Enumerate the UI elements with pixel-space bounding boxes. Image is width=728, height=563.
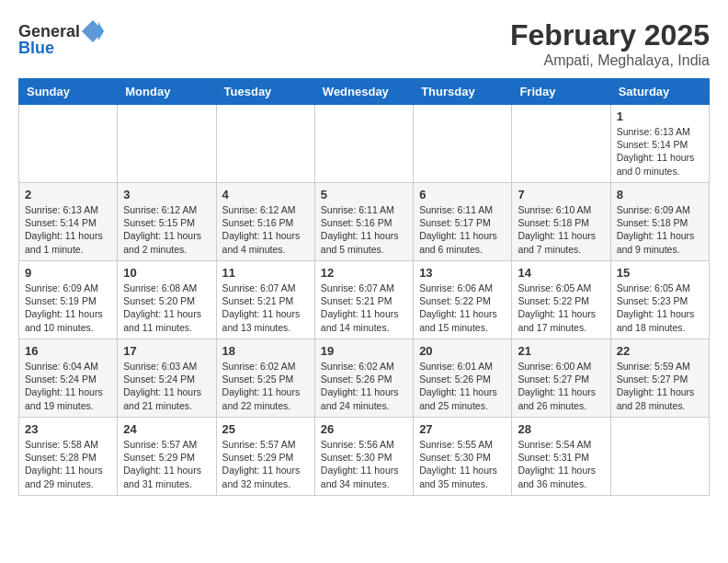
table-row <box>512 105 610 183</box>
col-friday: Friday <box>512 79 610 105</box>
table-row <box>314 105 413 183</box>
col-saturday: Saturday <box>610 79 709 105</box>
day-number: 18 <box>222 344 309 358</box>
day-number: 16 <box>25 344 111 358</box>
table-row <box>118 105 216 183</box>
svg-marker-1 <box>98 22 104 40</box>
table-row: 23Sunrise: 5:58 AM Sunset: 5:28 PM Dayli… <box>19 418 118 496</box>
calendar-header-row: Sunday Monday Tuesday Wednesday Thursday… <box>19 79 710 105</box>
day-info: Sunrise: 6:05 AM Sunset: 5:22 PM Dayligh… <box>518 282 604 334</box>
day-number: 26 <box>321 422 407 436</box>
day-number: 6 <box>419 188 506 201</box>
table-row: 5Sunrise: 6:11 AM Sunset: 5:16 PM Daylig… <box>314 183 413 261</box>
day-info: Sunrise: 6:07 AM Sunset: 5:21 PM Dayligh… <box>321 282 407 334</box>
col-thursday: Thursday <box>414 79 512 105</box>
table-row: 13Sunrise: 6:06 AM Sunset: 5:22 PM Dayli… <box>414 261 512 339</box>
day-info: Sunrise: 5:56 AM Sunset: 5:30 PM Dayligh… <box>321 438 407 490</box>
day-number: 21 <box>518 344 604 358</box>
day-number: 8 <box>617 188 703 201</box>
table-row: 17Sunrise: 6:03 AM Sunset: 5:24 PM Dayli… <box>118 339 216 418</box>
month-year-title: February 2025 <box>510 18 710 52</box>
day-info: Sunrise: 6:09 AM Sunset: 5:19 PM Dayligh… <box>25 282 111 334</box>
table-row: 28Sunrise: 5:54 AM Sunset: 5:31 PM Dayli… <box>512 418 610 496</box>
day-info: Sunrise: 6:13 AM Sunset: 5:14 PM Dayligh… <box>25 203 111 256</box>
day-info: Sunrise: 6:10 AM Sunset: 5:18 PM Dayligh… <box>518 203 604 256</box>
day-info: Sunrise: 6:01 AM Sunset: 5:26 PM Dayligh… <box>419 360 506 412</box>
day-number: 15 <box>617 266 703 280</box>
day-number: 10 <box>123 266 210 280</box>
day-info: Sunrise: 6:12 AM Sunset: 5:15 PM Dayligh… <box>123 203 210 256</box>
table-row <box>216 105 314 183</box>
logo-icon <box>80 18 106 44</box>
day-number: 22 <box>617 344 703 358</box>
day-number: 9 <box>25 266 111 280</box>
calendar-week-row: 9Sunrise: 6:09 AM Sunset: 5:19 PM Daylig… <box>19 261 710 339</box>
table-row: 19Sunrise: 6:02 AM Sunset: 5:26 PM Dayli… <box>314 339 413 418</box>
table-row: 3Sunrise: 6:12 AM Sunset: 5:15 PM Daylig… <box>118 183 216 261</box>
day-info: Sunrise: 5:58 AM Sunset: 5:28 PM Dayligh… <box>25 438 111 490</box>
table-row: 12Sunrise: 6:07 AM Sunset: 5:21 PM Dayli… <box>314 261 413 339</box>
logo: General Blue <box>18 18 106 58</box>
col-wednesday: Wednesday <box>314 79 413 105</box>
day-info: Sunrise: 6:02 AM Sunset: 5:25 PM Dayligh… <box>222 360 309 412</box>
day-info: Sunrise: 6:00 AM Sunset: 5:27 PM Dayligh… <box>518 360 604 412</box>
day-number: 5 <box>321 188 407 201</box>
table-row: 22Sunrise: 5:59 AM Sunset: 5:27 PM Dayli… <box>610 339 709 418</box>
day-number: 14 <box>518 266 604 280</box>
table-row: 15Sunrise: 6:05 AM Sunset: 5:23 PM Dayli… <box>610 261 709 339</box>
day-info: Sunrise: 6:11 AM Sunset: 5:17 PM Dayligh… <box>419 203 506 256</box>
table-row: 26Sunrise: 5:56 AM Sunset: 5:30 PM Dayli… <box>314 418 413 496</box>
day-number: 1 <box>617 109 703 123</box>
day-info: Sunrise: 5:55 AM Sunset: 5:30 PM Dayligh… <box>419 438 506 490</box>
table-row: 27Sunrise: 5:55 AM Sunset: 5:30 PM Dayli… <box>414 418 512 496</box>
calendar-table: Sunday Monday Tuesday Wednesday Thursday… <box>18 78 710 496</box>
calendar-week-row: 23Sunrise: 5:58 AM Sunset: 5:28 PM Dayli… <box>19 418 710 496</box>
table-row: 9Sunrise: 6:09 AM Sunset: 5:19 PM Daylig… <box>19 261 118 339</box>
day-number: 28 <box>518 422 604 436</box>
table-row: 21Sunrise: 6:00 AM Sunset: 5:27 PM Dayli… <box>512 339 610 418</box>
page-header: General Blue February 2025 Ampati, Megha… <box>18 18 710 69</box>
table-row: 25Sunrise: 5:57 AM Sunset: 5:29 PM Dayli… <box>216 418 314 496</box>
day-info: Sunrise: 6:05 AM Sunset: 5:23 PM Dayligh… <box>617 282 703 334</box>
table-row: 6Sunrise: 6:11 AM Sunset: 5:17 PM Daylig… <box>414 183 512 261</box>
day-number: 20 <box>419 344 506 358</box>
day-info: Sunrise: 6:09 AM Sunset: 5:18 PM Dayligh… <box>617 203 703 256</box>
col-monday: Monday <box>118 79 216 105</box>
day-number: 11 <box>222 266 309 280</box>
table-row: 4Sunrise: 6:12 AM Sunset: 5:16 PM Daylig… <box>216 183 314 261</box>
day-info: Sunrise: 6:07 AM Sunset: 5:21 PM Dayligh… <box>222 282 309 334</box>
day-info: Sunrise: 6:02 AM Sunset: 5:26 PM Dayligh… <box>321 360 407 412</box>
day-number: 23 <box>25 422 111 436</box>
logo-blue-text: Blue <box>18 39 54 58</box>
table-row: 2Sunrise: 6:13 AM Sunset: 5:14 PM Daylig… <box>19 183 118 261</box>
table-row <box>19 105 118 183</box>
col-sunday: Sunday <box>19 79 118 105</box>
calendar-week-row: 16Sunrise: 6:04 AM Sunset: 5:24 PM Dayli… <box>19 339 710 418</box>
day-number: 27 <box>419 422 506 436</box>
day-info: Sunrise: 6:03 AM Sunset: 5:24 PM Dayligh… <box>123 360 210 412</box>
calendar-week-row: 2Sunrise: 6:13 AM Sunset: 5:14 PM Daylig… <box>19 183 710 261</box>
table-row <box>610 418 709 496</box>
day-number: 3 <box>123 188 210 201</box>
table-row <box>414 105 512 183</box>
calendar-week-row: 1Sunrise: 6:13 AM Sunset: 5:14 PM Daylig… <box>19 105 710 183</box>
day-number: 12 <box>321 266 407 280</box>
day-info: Sunrise: 6:12 AM Sunset: 5:16 PM Dayligh… <box>222 203 309 256</box>
day-info: Sunrise: 6:06 AM Sunset: 5:22 PM Dayligh… <box>419 282 506 334</box>
table-row: 10Sunrise: 6:08 AM Sunset: 5:20 PM Dayli… <box>118 261 216 339</box>
day-number: 19 <box>321 344 407 358</box>
day-info: Sunrise: 5:59 AM Sunset: 5:27 PM Dayligh… <box>617 360 703 412</box>
day-info: Sunrise: 5:57 AM Sunset: 5:29 PM Dayligh… <box>123 438 210 490</box>
day-info: Sunrise: 5:57 AM Sunset: 5:29 PM Dayligh… <box>222 438 309 490</box>
day-number: 25 <box>222 422 309 436</box>
table-row: 20Sunrise: 6:01 AM Sunset: 5:26 PM Dayli… <box>414 339 512 418</box>
day-info: Sunrise: 6:04 AM Sunset: 5:24 PM Dayligh… <box>25 360 111 412</box>
day-number: 24 <box>123 422 210 436</box>
day-number: 7 <box>518 188 604 201</box>
day-number: 17 <box>123 344 210 358</box>
table-row: 18Sunrise: 6:02 AM Sunset: 5:25 PM Dayli… <box>216 339 314 418</box>
day-number: 13 <box>419 266 506 280</box>
title-section: February 2025 Ampati, Meghalaya, India <box>510 18 710 69</box>
day-info: Sunrise: 6:13 AM Sunset: 5:14 PM Dayligh… <box>617 125 703 178</box>
day-info: Sunrise: 6:11 AM Sunset: 5:16 PM Dayligh… <box>321 203 407 256</box>
